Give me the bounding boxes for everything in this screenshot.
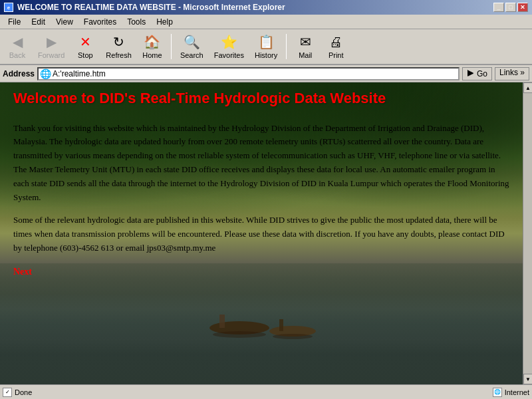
status-right: 🌐 Internet	[493, 388, 529, 397]
search-icon: 🔍	[184, 34, 200, 50]
window-controls: _ □ ✕	[493, 3, 528, 12]
back-button[interactable]: ◀ Back	[3, 31, 32, 63]
print-button[interactable]: 🖨 Print	[321, 31, 350, 63]
page-body: Thank you for visiting this website whic…	[13, 122, 509, 280]
status-left: ✓ Done	[3, 388, 32, 397]
menu-edit[interactable]: Edit	[26, 16, 51, 28]
minimize-button[interactable]: _	[493, 3, 504, 12]
forward-icon: ▶	[47, 34, 57, 50]
menu-view[interactable]: View	[51, 16, 78, 28]
address-input-wrap: 🌐	[37, 67, 460, 80]
maximize-button[interactable]: □	[505, 3, 516, 12]
status-text: Done	[15, 388, 32, 396]
refresh-icon: ↻	[113, 34, 124, 50]
go-label: ⯈ Go	[467, 69, 487, 78]
separator-2	[286, 34, 287, 59]
home-button[interactable]: 🏠 Home	[138, 31, 167, 63]
page-icon: 🌐	[40, 68, 51, 79]
go-button[interactable]: ⯈ Go	[462, 67, 492, 80]
scroll-track[interactable]	[523, 93, 532, 374]
menu-tools[interactable]: Tools	[122, 16, 151, 28]
search-button[interactable]: 🔍 Search	[176, 31, 208, 63]
links-button[interactable]: Links »	[495, 67, 529, 80]
menu-help[interactable]: Help	[151, 16, 178, 28]
favorites-icon: ⭐	[221, 34, 237, 50]
back-icon: ◀	[13, 34, 23, 50]
scrollbar[interactable]: ▲ ▼	[523, 82, 532, 384]
zone-text: Internet	[505, 388, 529, 396]
toolbar: ◀ Back ▶ Forward ✕ Stop ↻ Refresh 🏠 Home…	[0, 29, 532, 65]
home-icon: 🏠	[144, 34, 160, 50]
history-button[interactable]: 📋 History	[250, 31, 282, 63]
body-paragraph-2: Some of the relevant hydrologic data are…	[13, 213, 509, 255]
refresh-button[interactable]: ↻ Refresh	[101, 31, 136, 63]
status-icon: ✓	[3, 388, 12, 397]
stop-button[interactable]: ✕ Stop	[70, 31, 100, 63]
print-icon: 🖨	[329, 35, 342, 50]
scroll-down-button[interactable]: ▼	[523, 374, 532, 384]
mail-icon: ✉	[300, 34, 311, 50]
menu-bar: File Edit View Favorites Tools Help	[0, 15, 532, 29]
close-button[interactable]: ✕	[517, 3, 528, 12]
stop-icon: ✕	[80, 34, 91, 50]
history-icon: 📋	[258, 34, 275, 50]
internet-icon: 🌐	[493, 388, 502, 397]
forward-button[interactable]: ▶ Forward	[33, 31, 69, 63]
address-bar: Address 🌐 ⯈ Go Links »	[0, 65, 532, 82]
next-link[interactable]: Next	[13, 267, 32, 277]
separator-1	[171, 34, 172, 59]
page-title: Welcome to DID's Real-Time Hydrologic Da…	[13, 89, 509, 108]
content-text: Welcome to DID's Real-Time Hydrologic Da…	[0, 82, 523, 384]
links-label: Links »	[499, 68, 525, 77]
status-bar: ✓ Done 🌐 Internet	[0, 384, 532, 399]
content-area: Welcome to DID's Real-Time Hydrologic Da…	[0, 82, 532, 384]
app-icon: e	[4, 3, 13, 12]
menu-file[interactable]: File	[3, 16, 26, 28]
menu-favorites[interactable]: Favorites	[78, 16, 122, 28]
address-label: Address	[3, 69, 35, 78]
favorites-button[interactable]: ⭐ Favorites	[209, 31, 249, 63]
mail-button[interactable]: ✉ Mail	[291, 31, 320, 63]
address-input[interactable]	[53, 69, 457, 78]
scroll-up-button[interactable]: ▲	[523, 82, 532, 93]
window-title: WELCOME TO REALTIME DATA WEBSITE - Micro…	[17, 3, 285, 12]
body-paragraph-1: Thank you for visiting this website whic…	[13, 122, 509, 205]
title-bar: e WELCOME TO REALTIME DATA WEBSITE - Mic…	[0, 0, 532, 15]
